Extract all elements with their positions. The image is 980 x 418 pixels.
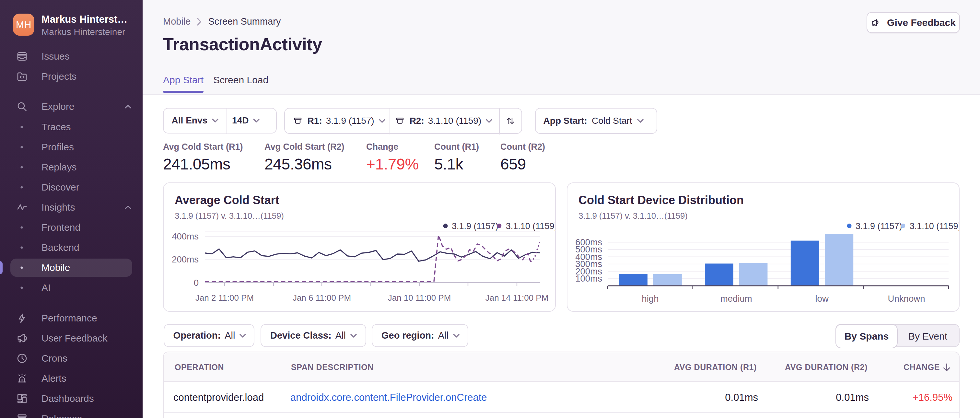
svg-text:400ms: 400ms [172, 231, 199, 242]
svg-text:3.1.10 (1159): 3.1.10 (1159) [506, 221, 556, 231]
svg-text:0: 0 [194, 278, 199, 288]
svg-text:medium: medium [721, 294, 752, 304]
svg-text:3.1.9 (1157): 3.1.9 (1157) [452, 221, 498, 231]
svg-text:Unknown: Unknown [888, 294, 925, 304]
svg-text:3.1.10 (1159): 3.1.10 (1159) [910, 221, 959, 231]
svg-text:Jan 2 11:00 PM: Jan 2 11:00 PM [196, 293, 254, 303]
svg-text:Jan 10 11:00 PM: Jan 10 11:00 PM [388, 293, 451, 303]
svg-text:100ms: 100ms [575, 273, 602, 283]
svg-text:low: low [815, 294, 828, 304]
svg-text:Jan 6 11:00 PM: Jan 6 11:00 PM [293, 293, 351, 303]
svg-text:3.1.9 (1157): 3.1.9 (1157) [856, 221, 902, 231]
svg-text:Jan 14 11:00 PM: Jan 14 11:00 PM [485, 293, 549, 303]
svg-text:high: high [642, 294, 659, 304]
svg-text:200ms: 200ms [172, 254, 199, 264]
